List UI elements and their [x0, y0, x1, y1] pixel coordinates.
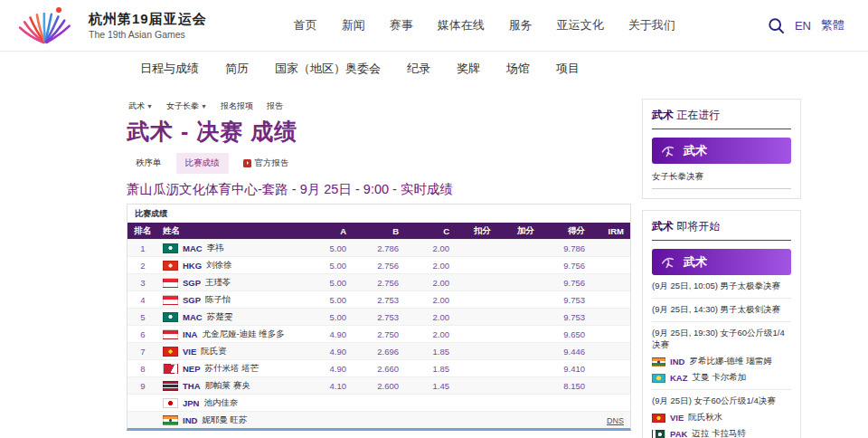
sidebar: 武术 正在进行 武术 女子长拳决赛 [642, 99, 801, 438]
subnav-item[interactable]: 简历 [225, 61, 249, 77]
upcoming-status-label: 即将开始 [676, 220, 720, 233]
athlete-cell: SGP王瑾苓 [158, 277, 310, 289]
hkg-flag-icon [163, 261, 178, 271]
score-b-cell: 2.660 [359, 364, 411, 374]
subnav-item[interactable]: 场馆 [506, 61, 530, 77]
tab-results[interactable]: 比赛成绩 [176, 153, 229, 174]
main-nav-item[interactable]: 首页 [294, 17, 317, 33]
upcoming-event-text: (9月 25日, 10:05) 男子太极拳决赛 [652, 281, 791, 292]
lang-en-link[interactable]: EN [795, 19, 811, 33]
athlete-cell: MAC苏楚雯 [158, 311, 310, 323]
caret-down-icon: ▼ [201, 103, 207, 110]
tab-start-list[interactable]: 秩序单 [127, 153, 171, 174]
rank-cell: 1 [127, 243, 158, 253]
table-row: 7VIE阮氏资4.902.6961.859.446 [127, 342, 630, 359]
main-column: 武术▼女子长拳▼报名报项报告 武术 - 决赛 成绩 秩序单比赛成绩官方报告 萧山… [127, 99, 631, 438]
dns-link[interactable]: DNS [607, 416, 624, 425]
breadcrumb-item[interactable]: 武术▼ [128, 100, 153, 112]
wushu-banner-live[interactable]: 武术 [652, 138, 791, 164]
main-nav-item[interactable]: 新闻 [342, 17, 365, 33]
athlete-cell: THA那帕莱 赛央 [158, 380, 310, 392]
main-nav-item[interactable]: 服务 [509, 17, 533, 33]
subnav-item[interactable]: 日程与成绩 [140, 61, 199, 77]
breadcrumb-item[interactable]: 报名报项 [221, 100, 253, 112]
upcoming-event-item[interactable]: (9月 25日, 19:30) 女子60公斤级1/4决赛IND罗希比娜-德维 瑙… [652, 322, 791, 390]
score-c-cell: 2.00 [411, 261, 462, 271]
noc-code: MAC [183, 312, 203, 322]
ind-flag-icon [652, 357, 665, 367]
noc-code: IND [183, 415, 197, 425]
rank-cell: 7 [127, 347, 158, 357]
search-icon[interactable] [768, 17, 785, 34]
upcoming-event-text: (9月 25日, 14:30) 男子太极剑决赛 [652, 304, 791, 316]
total-score-cell: 8.150 [547, 381, 598, 391]
table-header-row: 排名姓名ABC扣分加分得分IRM [127, 223, 630, 239]
tab-label: 秩序单 [136, 157, 162, 169]
breadcrumb-item[interactable]: 报告 [267, 100, 283, 112]
athlete-name: 王瑾苓 [205, 277, 231, 289]
subnav-item[interactable]: 项目 [556, 61, 580, 77]
score-c-cell: 2.00 [411, 243, 462, 253]
main-nav-item[interactable]: 关于我们 [628, 17, 675, 33]
tab-official-report[interactable]: 官方报告 [234, 153, 298, 174]
subnav-item[interactable]: 纪录 [407, 61, 430, 77]
logo-subtitle: The 19th Asian Games [89, 29, 207, 40]
breadcrumb: 武术▼女子长拳▼报名报项报告 [128, 100, 631, 112]
banner-sport-label: 武术 [684, 143, 707, 159]
noc-code: SGP [183, 278, 201, 288]
rank-cell: 6 [127, 329, 158, 339]
score-a-cell: 4.90 [310, 329, 359, 339]
table-row: IND妮耶曼 旺苏DNS [127, 411, 630, 428]
content-area: 武术▼女子长拳▼报名报项报告 武术 - 决赛 成绩 秩序单比赛成绩官方报告 萧山… [0, 87, 868, 438]
vie-flag-icon [163, 347, 178, 357]
score-a-cell: 4.10 [310, 381, 359, 391]
noc-code: KAZ [670, 373, 688, 383]
wushu-pictogram-icon [660, 143, 676, 159]
upcoming-event-item[interactable]: (9月 25日, 10:05) 男子太极拳决赛 [652, 275, 791, 299]
subnav-item[interactable]: 国家（地区）奥委会 [275, 61, 381, 77]
score-b-cell: 2.696 [359, 347, 411, 357]
lang-traditional-chinese-link[interactable]: 繁體 [821, 17, 844, 33]
live-event-link[interactable]: 女子长拳决赛 [652, 164, 791, 189]
score-b-cell: 2.786 [359, 243, 411, 253]
noc-code: VIE [670, 413, 684, 423]
ind-flag-icon [163, 415, 178, 425]
rank-cell: 9 [127, 381, 158, 391]
asian-games-logo[interactable]: 杭州第19届亚运会 The 19th Asian Games [13, 5, 207, 45]
noc-code: THA [183, 381, 201, 391]
wushu-banner-upcoming[interactable]: 武术 [652, 249, 791, 275]
total-score-cell: 9.786 [547, 243, 598, 253]
athlete-name: 池内佳奈 [203, 397, 238, 409]
breadcrumb-label: 报告 [267, 100, 283, 112]
upcoming-event-item[interactable]: (9月 25日, 14:30) 男子太极剑决赛 [652, 299, 791, 322]
rank-cell: 5 [127, 312, 158, 322]
rank-cell: 3 [127, 278, 158, 288]
main-nav-item[interactable]: 媒体在线 [438, 17, 485, 33]
table-row: JPN池内佳奈 [127, 394, 630, 411]
table-caption: 比赛成绩 [127, 205, 630, 223]
subnav-item[interactable]: 奖牌 [457, 61, 480, 77]
upcoming-event-item[interactable]: (9月 25日) 女子60公斤级1/4决赛VIE阮氏秋水PAK迈拉 卡拉马特 [652, 390, 791, 438]
main-nav-item[interactable]: 赛事 [390, 17, 413, 33]
noc-code: HKG [183, 261, 202, 271]
score-b-cell: 2.600 [359, 381, 411, 391]
athlete-cell: VIE阮氏资 [158, 346, 310, 357]
tab-label: 官方报告 [255, 157, 289, 169]
score-c-cell: 1.85 [411, 347, 462, 357]
total-score-cell: 9.650 [547, 329, 598, 339]
logo-title: 杭州第19届亚运会 [89, 11, 207, 28]
score-a-cell: 4.90 [310, 364, 359, 374]
column-header: A [310, 226, 359, 236]
breadcrumb-item[interactable]: 女子长拳▼ [166, 100, 207, 112]
rank-cell: 8 [127, 364, 158, 374]
wushu-pictogram-icon [660, 254, 676, 271]
score-a-cell: 4.90 [310, 347, 359, 357]
main-nav-item[interactable]: 亚运文化 [557, 17, 604, 33]
noc-code: NEP [183, 364, 201, 374]
topbar-utilities: EN 繁體 [768, 17, 844, 34]
live-now-card: 武术 正在进行 武术 女子长拳决赛 [642, 99, 801, 199]
total-score-cell: 9.410 [547, 364, 598, 374]
site-header: 杭州第19届亚运会 The 19th Asian Games 首页新闻赛事媒体在… [0, 0, 868, 52]
athlete-cell: IND妮耶曼 旺苏 [158, 414, 310, 426]
table-row: 1MAC李祎5.002.7862.009.786 [127, 239, 630, 256]
